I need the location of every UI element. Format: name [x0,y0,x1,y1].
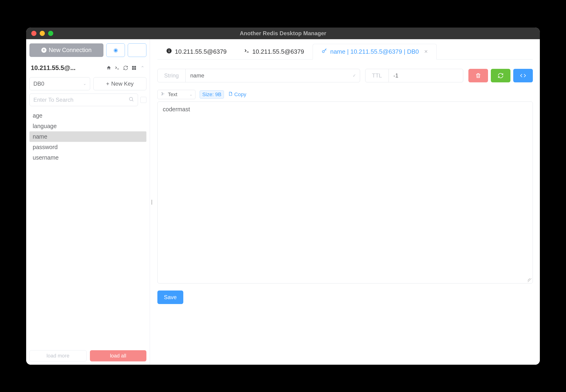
copy-button[interactable]: Copy [228,91,246,98]
plus-circle-icon: + [41,48,46,53]
terminal-icon[interactable] [115,65,120,70]
connection-toolbar: ⌃ [106,65,145,70]
search-input[interactable] [33,97,129,103]
load-all-button[interactable]: load all [90,350,147,362]
svg-point-7 [322,50,325,53]
traffic-lights [31,31,53,36]
ttl-label: TTL [365,69,389,82]
size-badge: Size: 9B [200,90,224,99]
resize-handle-icon[interactable] [528,278,531,282]
settings-button[interactable]: ◉ [106,43,125,57]
value-meta-row: Text ⌄ Size: 9B Copy [157,90,533,99]
new-connection-label: New Connection [49,47,91,54]
svg-rect-2 [134,66,136,68]
tab-terminal[interactable]: 10.211.55.5@6379 [235,44,313,59]
key-toolbar: String ✓ TTL ✕ ✓ [157,69,533,82]
svg-point-8 [161,92,162,93]
log-button[interactable] [128,43,146,57]
check-icon[interactable]: ✓ [353,73,360,78]
sidebar-top-row: + New Connection ◉ [29,43,146,57]
key-name-input[interactable] [186,69,353,82]
key-item[interactable]: password [29,142,146,152]
grid-icon[interactable] [131,65,137,70]
type-label: String [158,69,186,82]
ttl-field: TTL ✕ ✓ [365,69,463,82]
tab-label: 10.211.55.5@6379 [252,48,304,55]
ttl-input[interactable] [389,69,468,82]
window-title: Another Redis Desktop Manager [240,30,326,37]
document-icon [228,91,233,98]
key-item[interactable]: username [29,152,146,163]
view-mode-select[interactable]: Text ⌄ [157,90,195,99]
home-icon[interactable] [106,65,111,70]
chevron-down-icon: ⌄ [189,92,192,97]
app-window: Another Redis Desktop Manager + New Conn… [26,28,540,365]
tab-label: 10.211.55.5@6379 [175,48,227,55]
key-icon [321,48,327,56]
tab-label: name | 10.211.55.5@6379 | DB0 [330,48,419,55]
window-close-button[interactable] [31,31,36,36]
svg-point-5 [129,97,133,100]
action-buttons [468,69,533,82]
new-connection-button[interactable]: + New Connection [29,43,103,57]
svg-point-10 [163,93,164,94]
key-item[interactable]: age [29,110,146,121]
search-box[interactable] [29,94,138,106]
chevron-up-icon[interactable]: ⌃ [140,65,145,70]
load-more-button[interactable]: load more [29,350,87,362]
new-key-button[interactable]: + New Key [93,77,147,90]
window-maximize-button[interactable] [48,31,53,36]
save-button[interactable]: Save [157,291,183,304]
key-item[interactable]: name [29,131,146,142]
chevron-down-icon: ⌄ [83,82,86,86]
refresh-icon[interactable] [123,65,128,70]
delete-button[interactable] [468,69,488,82]
close-icon[interactable]: ✕ [424,49,428,54]
sidebar: + New Connection ◉ 10.211.55.5@... [26,39,150,365]
tab-bar: 10.211.55.5@6379 10.211.55.5@6379 name |… [157,44,533,59]
connection-name: 10.211.55.5@... [31,64,75,72]
search-icon[interactable] [129,96,134,103]
key-item[interactable]: language [29,121,146,131]
sidebar-footer: load more load all [29,347,146,362]
refresh-icon [498,72,504,79]
target-icon: ◉ [114,47,118,53]
key-list: age language name password username [29,110,146,347]
svg-rect-1 [132,66,134,68]
app-body: + New Connection ◉ 10.211.55.5@... [26,39,540,365]
svg-rect-3 [132,68,134,70]
tree-icon [160,91,165,98]
db-select-value: DB0 [33,81,44,87]
refresh-button[interactable] [491,69,510,82]
view-mode-value: Text [168,91,177,98]
db-select[interactable]: DB0 ⌄ [29,77,90,90]
svg-rect-4 [134,68,136,70]
search-row [29,94,146,106]
plus-icon: + [106,81,109,87]
window-minimize-button[interactable] [40,31,45,36]
pane-splitter[interactable]: || [150,39,153,365]
main-panel: 10.211.55.5@6379 10.211.55.5@6379 name |… [153,39,540,365]
value-box-wrap [157,101,533,283]
db-newkey-row: DB0 ⌄ + New Key [29,77,146,90]
type-name-field: String ✓ [157,69,360,82]
code-button[interactable] [513,69,533,82]
terminal-icon [244,48,250,55]
exact-match-checkbox[interactable] [140,97,146,103]
connection-header[interactable]: 10.211.55.5@... ⌃ [29,64,146,72]
trash-icon [475,72,481,79]
info-icon [166,48,172,56]
code-icon [520,72,526,79]
value-textarea[interactable] [157,101,533,283]
svg-point-9 [161,95,162,95]
tab-key-detail[interactable]: name | 10.211.55.5@6379 | DB0 ✕ [313,44,437,59]
titlebar: Another Redis Desktop Manager [26,28,540,39]
copy-label: Copy [234,91,246,98]
tab-info[interactable]: 10.211.55.5@6379 [157,44,235,59]
new-key-label: New Key [111,81,133,87]
